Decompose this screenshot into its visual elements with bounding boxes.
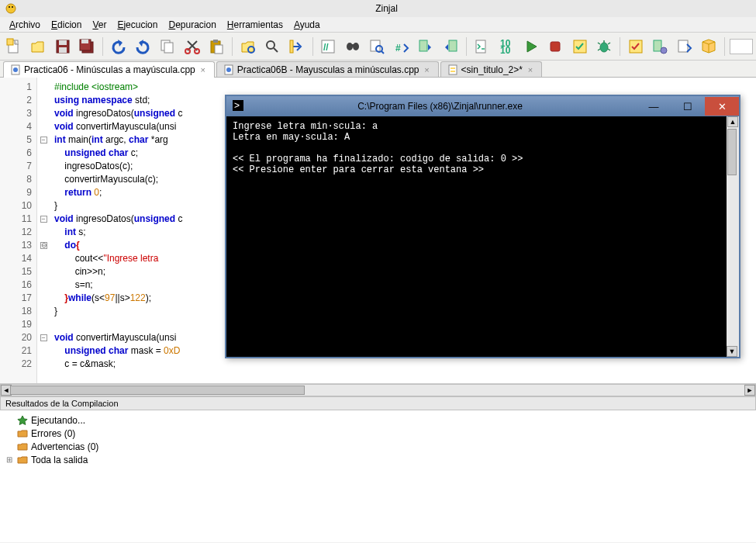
line-number: 14 [0,252,32,265]
line-number: 3 [0,107,32,120]
scroll-thumb[interactable] [727,129,737,175]
separator [466,37,467,56]
line-number: 10 [0,199,32,213]
line-number: 20 [0,331,32,344]
horizontal-scrollbar[interactable]: ◄ ► [0,384,756,396]
tab-close-button[interactable]: × [423,65,432,74]
fold-toggle[interactable]: − [40,137,47,144]
separator [312,37,313,56]
scroll-down-arrow[interactable]: ▼ [727,346,737,357]
fold-toggle[interactable]: − [40,216,47,223]
code-line: c = c&mask; [54,358,751,371]
scroll-thumb[interactable] [10,386,305,395]
open-project-button[interactable] [237,36,259,57]
output-row[interactable]: Ejecutando... [3,413,753,427]
line-number: 6 [0,147,32,160]
quick-search-input[interactable] [730,39,753,54]
line-number: 4 [0,120,32,133]
svg-text:#: # [395,43,401,54]
output-row[interactable]: Errores (0) [3,427,753,440]
fold-toggle[interactable]: ⊖ [40,242,47,249]
console-icon: > [233,100,243,113]
svg-rect-10 [81,40,88,43]
line-number: 21 [0,344,32,358]
menu-ayuda[interactable]: Ayuda [289,19,325,31]
file-tab[interactable]: <sin_titulo_2>*× [440,61,542,77]
inspect-button[interactable] [367,36,388,57]
open-file-button[interactable] [28,36,50,57]
tool-c-button[interactable] [674,36,696,57]
output-row[interactable]: ⊞Toda la salida [3,453,753,466]
copy-button[interactable] [157,36,178,57]
find-button[interactable] [261,36,283,57]
scroll-right-arrow[interactable]: ► [744,385,755,396]
save-all-button[interactable] [77,36,98,57]
line-number: 9 [0,186,32,199]
maximize-button[interactable]: ☐ [671,97,705,116]
line-number: 1 [0,81,32,94]
hash-button[interactable]: # [391,36,413,57]
svg-rect-38 [654,40,661,51]
tab-close-button[interactable]: × [198,65,208,74]
svg-point-44 [226,67,231,72]
svg-rect-46 [450,67,455,69]
menu-edicion[interactable]: Edicion [47,19,86,31]
scroll-up-arrow[interactable]: ▲ [727,116,738,127]
fold-column: − − ⊖ − [37,78,50,383]
cut-button[interactable] [181,36,203,57]
file-tab[interactable]: Practica06 - Minúsculas a mayúscula.cpp× [3,61,215,78]
menu-ejecucion[interactable]: Ejecucion [112,19,162,31]
redo-button[interactable] [133,36,154,57]
tool-b-button[interactable] [650,36,671,57]
tab-close-button[interactable]: × [526,65,535,74]
menu-herramientas[interactable]: Herramientas [223,19,288,31]
new-file-button[interactable] [3,36,25,57]
line-number: 11 [0,213,32,226]
paste-button[interactable] [205,36,227,57]
console-titlebar[interactable]: > C:\Program Files (x86)\Zinjal\runner.e… [226,96,739,116]
line-number: 15 [0,265,32,278]
console-content[interactable]: Ingrese letra min·scula: a Letra en may·… [226,116,727,357]
run-button[interactable] [520,36,542,57]
build-button[interactable]: 1010 [495,36,517,57]
file-tab[interactable]: Practica06B - Mayusculas a minúsculas.cp… [216,61,439,77]
separator [102,37,103,56]
help-button[interactable] [699,36,720,57]
console-scrollbar[interactable]: ▲ ▼ [727,116,739,357]
svg-rect-30 [449,40,457,51]
output-row[interactable]: Advertencias (0) [3,440,753,453]
svg-text://: // [323,42,329,53]
stop-button[interactable] [544,36,566,57]
menu-archivo[interactable]: Archivo [5,19,45,31]
undo-button[interactable] [108,36,129,57]
fold-toggle[interactable]: − [40,334,47,341]
compile-button[interactable] [471,36,493,57]
line-number-gutter: 12345678910111213141516171819202122 [0,78,37,383]
debug-button[interactable] [594,36,616,57]
file-icon [10,64,21,75]
line-number: 18 [0,305,32,318]
tree-expand-toggle[interactable]: ⊞ [5,455,14,464]
line-number: 5 [0,133,32,147]
tool-a-button[interactable] [625,36,647,57]
check-button[interactable] [569,36,591,57]
minimize-button[interactable]: — [637,97,671,116]
binoculars-button[interactable] [342,36,364,57]
console-body: Ingrese letra min·scula: a Letra en may·… [226,116,739,357]
titlebar: Zinjal [0,0,756,17]
goto-button[interactable] [286,36,308,57]
console-window[interactable]: > C:\Program Files (x86)\Zinjal\runner.e… [225,95,740,358]
bookmark-next-button[interactable] [440,36,461,57]
svg-rect-7 [59,47,67,53]
save-button[interactable] [52,36,74,57]
svg-rect-40 [678,40,688,52]
close-button[interactable]: ✕ [705,97,739,116]
menu-depuracion[interactable]: Depuracion [164,19,220,31]
svg-rect-29 [419,40,427,51]
svg-rect-6 [59,40,67,45]
output-label: Errores (0) [31,428,75,439]
console-title: C:\Program Files (x86)\Zinjal\runner.exe [243,101,637,112]
comment-button[interactable]: // [318,36,340,57]
menu-ver[interactable]: Ver [88,19,111,31]
bookmark-prev-button[interactable] [416,36,437,57]
